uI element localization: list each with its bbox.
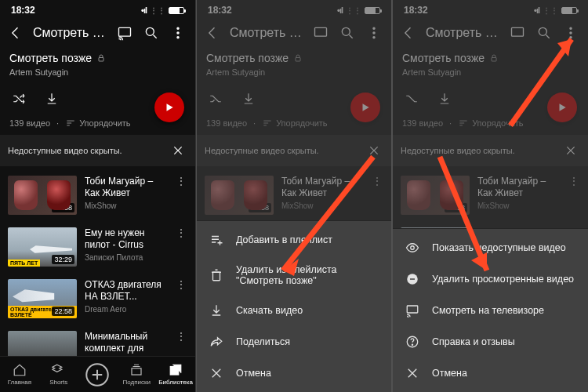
video-overflow-button[interactable]: ⋮ [175, 227, 187, 238]
playlist-name: Смотреть позже [9, 52, 92, 64]
video-list: 22:58 Тоби Магуайр – Как Живет Человек-П… [0, 169, 195, 376]
sheet-cancel[interactable]: Отмена [197, 358, 391, 389]
svg-point-1 [146, 27, 154, 35]
banner-text: Недоступные видео скрыты. [8, 146, 122, 155]
sheet-delete-watched[interactable]: Удалить просмотренные видео [393, 263, 588, 295]
video-title: Тоби Магуайр – Как Живет Человек-Па... [85, 176, 167, 199]
svg-rect-5 [99, 58, 103, 62]
sheet-share[interactable]: Поделиться [197, 326, 391, 358]
video-title: ОТКАЗ двигателя НА ВЗЛЕТ... [85, 279, 167, 303]
video-row[interactable]: 22:58 Тоби Магуайр – Как Живет Человек-П… [0, 169, 195, 221]
tab-shorts[interactable]: Shorts [39, 363, 78, 386]
hidden-videos-banner: Недоступные видео скрыты. [0, 135, 195, 166]
svg-point-28 [412, 344, 412, 345]
sheet-help[interactable]: Справка и отзывы [393, 326, 588, 358]
svg-rect-26 [407, 306, 418, 313]
video-overflow-button[interactable]: ⋮ [175, 279, 187, 290]
video-overflow-button[interactable]: ⋮ [175, 331, 187, 342]
tab-home[interactable]: Главная [0, 363, 39, 386]
video-thumbnail: ПЯТЬ ЛЕТ32:29 [8, 227, 77, 267]
page-title: Смотреть позже [33, 26, 107, 40]
sheet-download[interactable]: Скачать видео [197, 295, 391, 326]
playlist-header: Смотреть позже Artem Sutyagin [0, 47, 195, 83]
clock: 18:32 [11, 5, 35, 16]
screenshot-3: 18:32 Смотреть позже Смотреть позжеArtem… [392, 0, 588, 392]
svg-point-2 [177, 27, 179, 29]
video-count: 139 видео [9, 118, 50, 128]
tab-library[interactable]: Библиотека [156, 363, 195, 386]
playlist-author: Artem Sutyagin [9, 67, 186, 77]
play-all-button[interactable] [154, 93, 184, 122]
download-button[interactable] [42, 89, 61, 108]
video-action-sheet: Добавить в плейлист Удалить из плейлиста… [197, 220, 391, 392]
dismiss-banner-button[interactable] [169, 141, 187, 160]
svg-rect-7 [132, 368, 141, 375]
video-title: Ему не нужен пилот - Cirrus Vision Jet [85, 227, 167, 251]
tab-create[interactable] [78, 363, 118, 387]
shuffle-button[interactable] [9, 89, 28, 108]
screenshot-1: 18:32 Смотреть позже Смотреть позже Arte… [0, 0, 196, 392]
lock-icon [96, 53, 106, 63]
screenshot-2: 18:32 Смотреть позже Смотреть позжеArtem… [196, 0, 392, 392]
svg-point-23 [411, 246, 415, 250]
video-row[interactable]: ПЯТЬ ЛЕТ32:29 Ему не нужен пилот - Cirru… [0, 221, 195, 273]
battery-icon [169, 7, 184, 14]
sort-button[interactable]: Упорядочить [65, 118, 130, 129]
video-channel: MixShow [85, 201, 167, 210]
video-channel: Записки Пилота [85, 253, 167, 262]
app-header: Смотреть позже [0, 20, 195, 47]
video-row[interactable]: ОТКАЗ двигателя НА ВЗЛЕТЕ22:58 ОТКАЗ дви… [0, 273, 195, 325]
tab-subscriptions[interactable]: Подписки [117, 363, 156, 386]
sheet-show-hidden[interactable]: Показать недоступные видео [393, 232, 588, 263]
video-thumbnail: 22:58 [8, 176, 77, 215]
svg-rect-15 [213, 272, 220, 281]
svg-rect-25 [410, 278, 415, 280]
svg-point-4 [177, 37, 179, 38]
search-icon[interactable] [142, 24, 161, 42]
sheet-watch-on-tv[interactable]: Смотреть на телевизоре [393, 295, 588, 326]
svg-rect-0 [119, 27, 131, 36]
sheet-cancel[interactable]: Отмена [393, 358, 588, 389]
video-thumbnail: ОТКАЗ двигателя НА ВЗЛЕТЕ22:58 [8, 279, 77, 318]
status-bar: 18:32 [0, 0, 195, 20]
video-channel: Dream Aero [85, 305, 167, 314]
playlist-overflow-sheet: Показать недоступные видео Удалить просм… [393, 228, 588, 392]
back-button[interactable] [6, 24, 25, 42]
cellular-icon [141, 5, 147, 16]
video-overflow-button[interactable]: ⋮ [175, 176, 187, 187]
bottom-nav: Главная Shorts Подписки Библиотека [0, 356, 195, 392]
wifi-icon [150, 5, 165, 16]
video-title: Минимальный комплект для съем... [85, 331, 167, 354]
overflow-icon[interactable] [169, 24, 187, 42]
sheet-add-to-playlist[interactable]: Добавить в плейлист [197, 224, 391, 256]
cast-icon[interactable] [115, 24, 134, 42]
svg-point-3 [177, 32, 179, 34]
sheet-remove-from-playlist[interactable]: Удалить из плейлиста "Смотреть позже" [197, 256, 391, 295]
